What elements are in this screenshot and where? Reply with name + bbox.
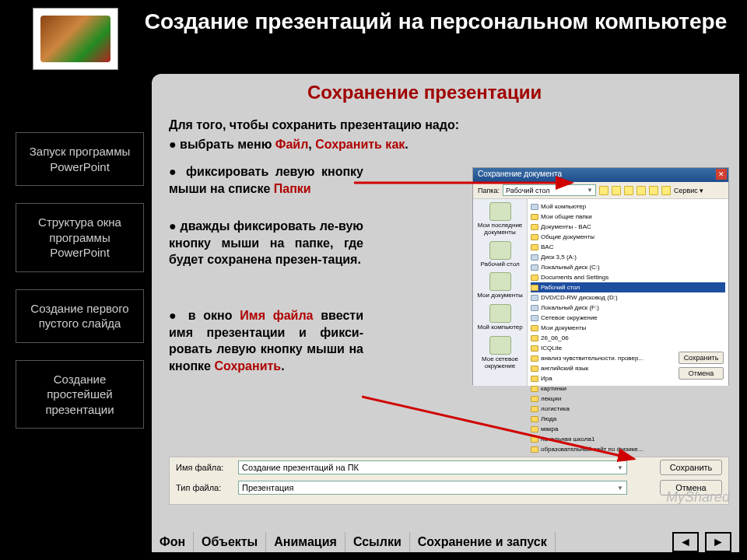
- file-row[interactable]: картинки: [531, 383, 725, 394]
- sidebar: Запуск программы PowerPointСтруктура окн…: [16, 132, 144, 446]
- sidebar-item-1[interactable]: Структура окна программы PowerPoint: [16, 203, 144, 272]
- place-item[interactable]: Рабочий стол: [475, 241, 525, 268]
- place-item[interactable]: Мои последние документы: [475, 202, 525, 236]
- bullet-1: ● выбрать меню Файл, Сохранить как.: [169, 136, 714, 153]
- filetype-field[interactable]: Презентация▼: [238, 481, 627, 495]
- file-row[interactable]: DVD/CD-RW дисковод (D:): [531, 292, 725, 303]
- bullet-4: ● в окно Имя файла ввести имя презентаци…: [169, 307, 363, 374]
- place-item[interactable]: Мой компьютер: [475, 304, 525, 331]
- next-button[interactable]: ►: [705, 532, 731, 552]
- logo: [33, 8, 118, 70]
- filename-field[interactable]: Создание презентаций на ПК▼: [238, 460, 627, 474]
- file-row[interactable]: образовательный сайт по физике...: [531, 444, 725, 454]
- tab-1[interactable]: Объекты: [194, 532, 266, 552]
- back-icon[interactable]: [599, 186, 608, 195]
- file-row[interactable]: Documents and Settings: [531, 272, 725, 282]
- filename-label: Имя файла:: [176, 463, 232, 472]
- place-item[interactable]: Мои документы: [475, 272, 525, 299]
- dialog-titlebar: Сохранение документа ✕: [473, 168, 728, 182]
- dialog-toolbar: Папка: Рабочий стол▼ Сервис ▾: [473, 182, 728, 199]
- file-row[interactable]: Общие документы: [531, 232, 725, 242]
- file-row[interactable]: Люда: [531, 414, 725, 424]
- up-icon[interactable]: [612, 186, 621, 195]
- close-icon[interactable]: ✕: [716, 169, 727, 180]
- newfolder-icon[interactable]: [649, 186, 658, 195]
- dialog-save-button[interactable]: Сохранить: [679, 352, 724, 364]
- intro-text: Для того, чтобы сохранить презентацию на…: [169, 117, 714, 134]
- watermark: MyShared: [666, 489, 730, 506]
- dialog-cancel-button[interactable]: Отмена: [679, 367, 724, 380]
- section-title: Сохранение презентации: [307, 82, 542, 103]
- tab-0[interactable]: Фон: [152, 532, 194, 552]
- content-area: Сохранение презентации Для того, чтобы с…: [152, 74, 739, 552]
- places-bar: Мои последние документыРабочий столМои д…: [473, 199, 528, 386]
- file-row[interactable]: лекции: [531, 394, 725, 404]
- filetype-label: Тип файла:: [176, 483, 232, 492]
- bullet-2: ● фиксировать левую кнопку мыши на списк…: [169, 163, 363, 197]
- delete-icon[interactable]: [637, 186, 646, 195]
- views-icon[interactable]: [661, 186, 671, 195]
- bottom-nav: ФонОбъектыАнимацияСсылкиСохранение и зап…: [152, 530, 739, 554]
- papka-dropdown[interactable]: Рабочий стол▼: [503, 184, 596, 196]
- bullet-3: ● дважды фиксировать ле-вую кнопку мыши …: [169, 218, 363, 268]
- file-row[interactable]: 26_06_06: [531, 333, 725, 343]
- file-row[interactable]: макра: [531, 424, 725, 434]
- sidebar-item-3[interactable]: Создание простейшей презентации: [16, 360, 144, 429]
- sidebar-item-2[interactable]: Создание первого пустого слайда: [16, 289, 144, 343]
- file-row[interactable]: Мой компьютер: [531, 201, 725, 212]
- file-row[interactable]: Рабочий стол: [531, 282, 725, 292]
- file-row[interactable]: Мои документы: [531, 323, 725, 333]
- file-row[interactable]: Мои общие папки: [531, 212, 725, 222]
- file-row[interactable]: Сетевое окружение: [531, 313, 725, 323]
- search-icon[interactable]: [624, 186, 633, 195]
- papka-label: Папка:: [478, 187, 500, 194]
- page-title: Создание презентаций на персональном ком…: [140, 8, 731, 36]
- save-panel: Имя файла: Создание презентаций на ПК▼ С…: [169, 457, 729, 505]
- save-dialog: Сохранение документа ✕ Папка: Рабочий ст…: [472, 167, 729, 385]
- file-row[interactable]: BAC: [531, 242, 725, 252]
- prev-button[interactable]: ◄: [672, 532, 699, 552]
- file-row[interactable]: Локальный диск (C:): [531, 262, 725, 272]
- tab-3[interactable]: Ссылки: [345, 532, 410, 552]
- file-row[interactable]: Локальный диск (F:): [531, 303, 725, 313]
- file-list[interactable]: Мой компьютерМои общие папкиДокументы - …: [528, 199, 728, 386]
- place-item[interactable]: Мое сетевое окружение: [475, 336, 525, 370]
- service-menu[interactable]: Сервис ▾: [674, 187, 703, 194]
- tab-4[interactable]: Сохранение и запуск: [410, 532, 556, 552]
- sidebar-item-0[interactable]: Запуск программы PowerPoint: [16, 132, 144, 186]
- save-button[interactable]: Сохранить: [660, 460, 722, 475]
- file-row[interactable]: Диск 3,5 (A:): [531, 252, 725, 262]
- file-row[interactable]: начальная школа1: [531, 434, 725, 444]
- file-row[interactable]: Документы - BAC: [531, 222, 725, 232]
- file-row[interactable]: логистика: [531, 404, 725, 414]
- tab-2[interactable]: Анимация: [266, 532, 345, 552]
